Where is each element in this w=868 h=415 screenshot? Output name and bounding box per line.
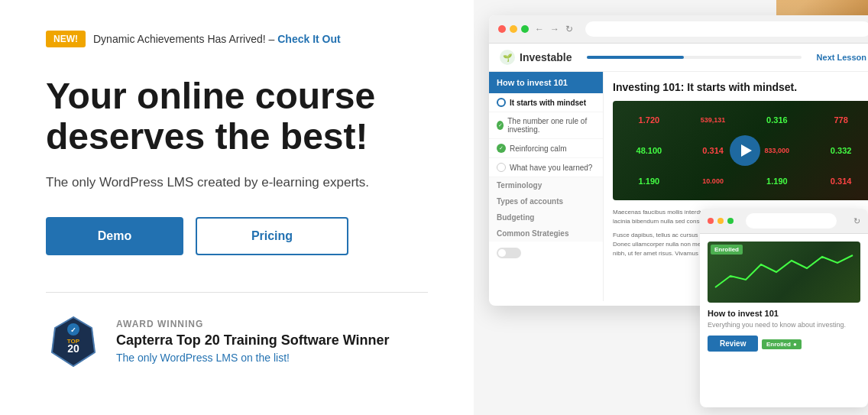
dot-green <box>521 25 529 33</box>
pricing-button[interactable]: Pricing <box>196 217 348 255</box>
divider <box>46 292 428 293</box>
button-group: Demo Pricing <box>46 217 428 255</box>
capterra-badge: ✓ TOP 20 <box>46 314 101 369</box>
demo-button[interactable]: Demo <box>46 217 183 255</box>
card-review-button[interactable]: Review <box>708 336 758 352</box>
card-subtitle: Everything you need to know about invest… <box>708 321 860 329</box>
lms-course-title: How to invest 101 <box>489 72 603 93</box>
lms-lesson-1[interactable]: It starts with mindset <box>489 93 603 112</box>
svg-text:20: 20 <box>67 342 79 355</box>
browser-nav: ← → ↻ <box>535 24 573 34</box>
lms-lesson-4[interactable]: What have you learned? <box>489 158 603 177</box>
play-icon <box>741 144 752 157</box>
lms-section-budgeting: Budgeting <box>489 209 603 225</box>
award-title: Capterra Top 20 Training Software Winner <box>116 332 390 349</box>
lms-progress-fill <box>587 56 683 59</box>
award-text: AWARD WINNING Capterra Top 20 Training S… <box>116 319 390 364</box>
dot-yellow-2 <box>717 218 724 224</box>
hero-title: Your online course deserves the best! <box>46 76 428 157</box>
browser-secondary-refresh: ↻ <box>853 216 860 226</box>
lms-content-title: Investing 101: It starts with mindset. <box>613 81 868 93</box>
enrolled-badge: Enrolled ● <box>762 339 802 349</box>
browser-secondary-dots <box>708 218 734 224</box>
lms-progress-bar <box>587 56 801 59</box>
dot-green-2 <box>727 218 734 224</box>
lesson-check-2: ✓ <box>497 121 504 130</box>
browser-secondary-address <box>746 213 837 229</box>
card-chart <box>708 249 860 295</box>
lms-lesson-2[interactable]: ✓ The number one rule of investing. <box>489 112 603 139</box>
lms-toggle[interactable] <box>497 248 521 258</box>
browser-secondary-chrome: ↻ <box>700 209 868 234</box>
dot-red <box>498 25 506 33</box>
left-panel: NEW! Dynamic Achievements Has Arrived! –… <box>0 0 474 415</box>
browser-address-bar <box>585 21 868 37</box>
lms-section-types: Types of accounts <box>489 193 603 209</box>
new-badge: NEW! <box>46 31 86 47</box>
announcement-bar: NEW! Dynamic Achievements Has Arrived! –… <box>46 31 341 47</box>
lms-section-strategies: Common Strategies <box>489 225 603 242</box>
award-label: AWARD WINNING <box>116 319 390 329</box>
lesson-check-3: ✓ <box>497 144 506 153</box>
lesson-indicator-1 <box>497 98 506 107</box>
browser-secondary-window: ↻ Enrolled How to invest 101 Everything … <box>700 209 868 407</box>
browser-chrome: ← → ↻ <box>489 15 868 44</box>
lms-video[interactable]: 1.720 539,131 0.316 778 48.100 0.314 833… <box>613 101 868 200</box>
lms-logo: 🌱 Investable <box>500 50 572 65</box>
lms-section-terminology: Terminology <box>489 177 603 193</box>
lms-header: 🌱 Investable Next Lesson ▶ <box>489 44 868 72</box>
lms-logo-icon: 🌱 <box>500 50 515 65</box>
page-container: NEW! Dynamic Achievements Has Arrived! –… <box>0 0 868 415</box>
lms-lesson-3[interactable]: ✓ Reinforcing calm <box>489 139 603 158</box>
award-section: ✓ TOP 20 AWARD WINNING Capterra Top 20 T… <box>46 314 428 369</box>
dot-yellow <box>510 25 517 33</box>
announcement-text: Dynamic Achievements Has Arrived! – Chec… <box>93 33 341 45</box>
card-enrolled-badge: Enrolled <box>711 245 743 255</box>
dot-red-2 <box>708 218 714 224</box>
play-button[interactable] <box>730 135 760 166</box>
card-image: Enrolled <box>708 242 860 303</box>
award-subtitle: The only WordPress LMS on the list! <box>116 352 390 364</box>
announcement-link[interactable]: Check It Out <box>277 33 340 45</box>
lms-next-lesson-btn[interactable]: Next Lesson ▶ <box>817 53 868 63</box>
lms-logo-name: Investable <box>520 51 572 63</box>
card-title: How to invest 101 <box>708 309 860 318</box>
course-card: Enrolled How to invest 101 Everything yo… <box>700 234 868 359</box>
hero-section: Your online course deserves the best! Th… <box>46 76 428 291</box>
lms-sidebar: How to invest 101 It starts with mindset… <box>489 72 604 301</box>
hero-subtitle: The only WordPress LMS created by e-lear… <box>46 173 428 193</box>
browser-dots <box>498 25 529 33</box>
right-panel: ← → ↻ 🌱 Investable Next Lesson ▶ <box>474 0 868 415</box>
svg-text:✓: ✓ <box>70 326 76 334</box>
lesson-indicator-4 <box>497 163 506 172</box>
